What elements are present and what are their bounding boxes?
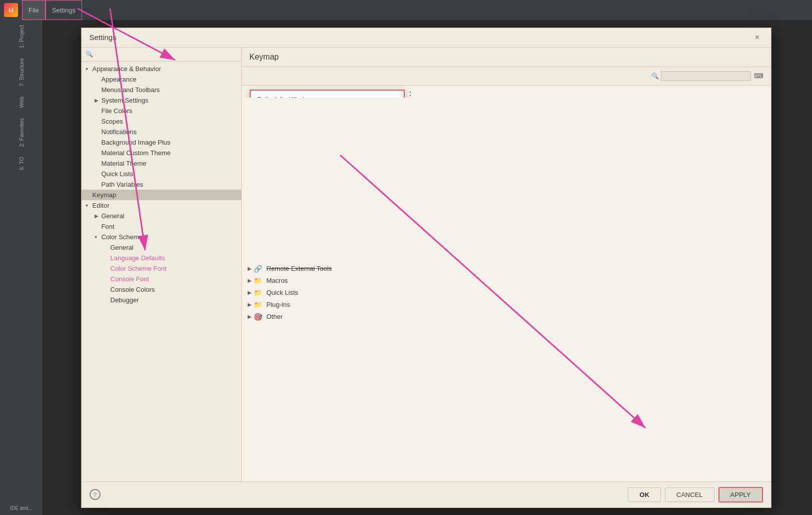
right-header: Keymap: [242, 48, 771, 67]
action-arrow-other: ▶: [248, 314, 252, 319]
dialog-title: Settings: [90, 33, 117, 42]
tree-label-notifications: Notifications: [102, 128, 237, 136]
action-item-plug-ins[interactable]: ▶📁Plug-ins: [242, 299, 771, 311]
action-arrow-plug-ins: ▶: [248, 302, 252, 307]
action-icon-remote-external-tools: 🔗: [254, 265, 263, 273]
tree-arrow-appearance-behavior: ▾: [86, 66, 93, 72]
footer-left: ?: [90, 489, 101, 500]
three-dot-menu[interactable]: ⋮: [406, 90, 415, 98]
tree-label-appearance-behavior: Appearance & Behavior: [93, 65, 237, 73]
action-icon-other: 🎯: [254, 313, 263, 321]
tree-item-material-custom[interactable]: Material Custom Theme: [82, 148, 241, 158]
tree-item-language-defaults[interactable]: Language Defaults: [82, 253, 241, 263]
tree-item-keymap[interactable]: Keymap: [82, 190, 241, 200]
tree-label-font: Font: [102, 223, 237, 230]
tree-label-quick-lists: Quick Lists: [102, 170, 237, 178]
keymap-scrollbar[interactable]: [400, 91, 404, 98]
action-label-quick-lists: Quick Lists: [267, 289, 765, 296]
tree-item-appearance-behavior[interactable]: ▾Appearance & Behavior: [82, 64, 241, 74]
tree-arrow-color-scheme: ▾: [95, 234, 102, 240]
tree-item-scopes[interactable]: Scopes: [82, 116, 241, 127]
tree-item-notifications[interactable]: Notifications: [82, 127, 241, 137]
action-arrow-remote-external-tools: ▶: [248, 266, 252, 271]
tree-label-path-variables: Path Variables: [102, 181, 237, 188]
dialog-footer: ? OK CANCEL APPLY: [82, 481, 771, 507]
tree-item-quick-lists[interactable]: Quick Lists: [82, 169, 241, 179]
tree-label-material-theme: Material Theme: [102, 160, 237, 167]
tree-label-color-scheme: Color Scheme: [102, 233, 237, 241]
tree-label-keymap: Keymap: [93, 191, 237, 199]
tree-label-console-colors: Console Colors: [111, 286, 237, 293]
tree-item-menus-toolbars[interactable]: Menus and Toolbars: [82, 85, 241, 95]
apply-button[interactable]: APPLY: [718, 487, 763, 502]
dialog-body: 🔍 ▾Appearance & BehaviorAppearanceMenus …: [82, 48, 771, 481]
tree-label-language-defaults: Language Defaults: [111, 254, 237, 262]
tree-item-debugger[interactable]: Debugger: [82, 295, 241, 305]
action-item-other[interactable]: ▶🎯Other: [242, 311, 771, 323]
tree-arrow-system-settings: ▶: [95, 98, 102, 103]
tree-item-color-scheme-general[interactable]: General: [82, 242, 241, 253]
tree-label-color-scheme-font: Color Scheme Font: [111, 265, 237, 272]
tree-item-path-variables[interactable]: Path Variables: [82, 179, 241, 190]
tree-item-color-scheme[interactable]: ▾Color Scheme: [82, 232, 241, 242]
keymap-content: Default for WindowsDefault for GNOMEDefa…: [242, 86, 771, 98]
tree-item-background-image[interactable]: Background Image Plus: [82, 137, 241, 148]
tree-item-general[interactable]: ▶General: [82, 211, 241, 221]
ok-button[interactable]: OK: [628, 487, 661, 502]
tree-label-background-image: Background Image Plus: [102, 139, 237, 146]
action-item-macros[interactable]: ▶📁Macros: [242, 275, 771, 287]
cancel-button[interactable]: CANCEL: [665, 487, 714, 502]
right-panel: Keymap 🔍 ⌨ Default for Wi: [242, 48, 771, 481]
tree-item-editor[interactable]: ▾Editor: [82, 200, 241, 211]
tree-label-file-colors: File Colors: [102, 107, 237, 115]
settings-tree: ▾Appearance & BehaviorAppearanceMenus an…: [82, 62, 241, 481]
help-icon[interactable]: ?: [90, 489, 101, 500]
action-item-quick-lists[interactable]: ▶📁Quick Lists: [242, 287, 771, 299]
tree-item-system-settings[interactable]: ▶System Settings: [82, 95, 241, 106]
action-item-remote-external-tools[interactable]: ▶🔗Remote External Tools: [242, 263, 771, 275]
tree-item-material-theme[interactable]: Material Theme: [82, 158, 241, 169]
tree-label-color-scheme-general: General: [111, 244, 237, 251]
tree-item-file-colors[interactable]: File Colors: [82, 106, 241, 116]
dialog-titlebar: Settings ×: [82, 28, 771, 48]
tree-label-debugger: Debugger: [111, 296, 237, 304]
tree-item-appearance[interactable]: Appearance: [82, 74, 241, 85]
tree-label-menus-toolbars: Menus and Toolbars: [102, 86, 237, 94]
action-label-plug-ins: Plug-ins: [267, 301, 765, 308]
tree-label-scopes: Scopes: [102, 118, 237, 125]
tree-item-color-scheme-font[interactable]: Color Scheme Font: [82, 263, 241, 274]
footer-right: OK CANCEL APPLY: [628, 487, 762, 502]
dialog-overlay: Settings × 🔍 ▾Appearance & BehaviorAppea…: [0, 0, 812, 515]
left-panel: 🔍 ▾Appearance & BehaviorAppearanceMenus …: [82, 48, 242, 481]
tree-item-console-font[interactable]: Console Font: [82, 274, 241, 284]
tree-label-material-custom: Material Custom Theme: [102, 149, 237, 157]
action-icon-quick-lists: 📁: [254, 289, 263, 297]
search-icon: 🔍: [86, 51, 93, 58]
keymap-toolbar: 🔍 ⌨: [242, 67, 771, 86]
keyboard-icon-btn[interactable]: ⌨: [753, 70, 765, 82]
toolbar-search-icon: 🔍: [651, 73, 659, 80]
close-button[interactable]: ×: [752, 32, 763, 43]
tree-label-system-settings: System Settings: [102, 97, 237, 104]
actions-tree: ▶🔗Remote External Tools▶📁Macros▶📁Quick L…: [242, 261, 771, 481]
search-bar: 🔍: [82, 48, 241, 62]
tree-label-appearance: Appearance: [102, 76, 237, 83]
keymap-search-input[interactable]: [661, 71, 751, 81]
toolbar-search: 🔍 ⌨: [651, 70, 767, 82]
keymap-dropdown[interactable]: Default for WindowsDefault for GNOMEDefa…: [250, 90, 405, 98]
action-arrow-macros: ▶: [248, 278, 252, 283]
tree-label-console-font: Console Font: [111, 275, 237, 283]
action-label-remote-external-tools: Remote External Tools: [267, 265, 765, 272]
tree-label-editor: Editor: [93, 202, 237, 209]
action-icon-plug-ins: 📁: [254, 301, 263, 309]
action-label-other: Other: [267, 313, 765, 320]
action-arrow-quick-lists: ▶: [248, 290, 252, 295]
settings-search-input[interactable]: [95, 51, 237, 58]
keymap-option-default-windows[interactable]: Default for Windows: [251, 91, 404, 98]
tree-arrow-editor: ▾: [86, 203, 93, 208]
tree-item-console-colors[interactable]: Console Colors: [82, 284, 241, 295]
tree-label-general: General: [102, 212, 237, 220]
tree-arrow-general: ▶: [95, 213, 102, 219]
action-icon-macros: 📁: [254, 277, 263, 285]
tree-item-font[interactable]: Font: [82, 221, 241, 232]
